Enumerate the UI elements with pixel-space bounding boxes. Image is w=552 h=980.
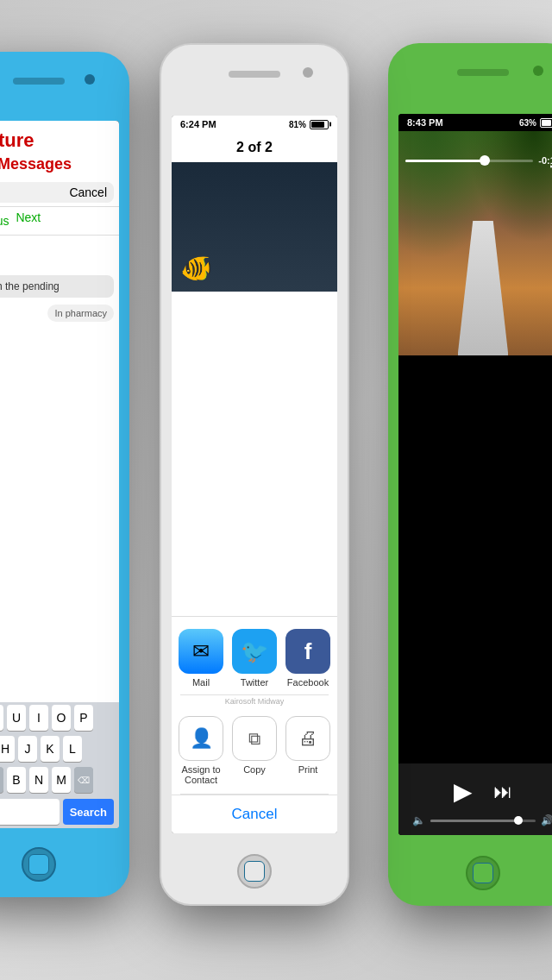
right-time-display: -0:17 [538,155,552,166]
share-action-copy[interactable]: ⧉ Copy [230,716,279,785]
left-pharmacy-text: In pharmacy [47,305,114,322]
right-phone: 8:43 PM 63% ⤢ [388,43,552,906]
mid-video-area: 🐠 [172,162,337,292]
share-item-mail[interactable]: ✉ Mail [177,629,225,688]
mail-share-icon: ✉ [179,629,223,674]
right-speaker [457,69,509,76]
facebook-share-icon: f [285,629,330,674]
left-cancel-button[interactable]: Cancel [69,185,107,199]
right-home-button[interactable] [466,856,500,890]
key-delete[interactable]: ⌫ [74,767,93,793]
share-item-twitter[interactable]: 🐦 Twitter [230,629,279,688]
right-play-button[interactable]: ▶ [454,777,473,806]
mid-speaker [229,71,280,78]
mid-screen-container: 6:24 PM 81% 2 of 2 🐠 [172,116,337,833]
volume-high-icon: 🔊 [541,814,552,826]
key-shift[interactable]: ⇧ [0,767,3,793]
mid-attribution: Kairosoft Midway [172,695,337,707]
left-screen: Feature The Messages ✕ Cancel Previous N… [0,121,119,828]
key-n[interactable]: N [29,767,48,793]
right-playback-controls: ▶ ⏭ [405,770,552,813]
scene: Feature The Messages ✕ Cancel Previous N… [0,0,552,980]
left-search-bar[interactable]: ✕ Cancel [0,182,114,203]
share-top-row: ✉ Mail 🐦 Twitter f Facebook ··· [172,617,337,694]
keyboard-row-1: Y U I O P [0,702,119,733]
right-volume-track[interactable] [430,820,536,822]
key-b[interactable]: B [7,767,26,793]
left-title-line1: Feature [0,121,119,155]
right-status-right: 63% [519,118,552,128]
left-title-line2: The Messages [0,155,119,179]
mid-battery-fill [311,122,324,128]
mid-video-fish-icon: 🐠 [180,253,212,283]
twitter-share-icon: 🐦 [232,629,277,674]
right-skip-button[interactable]: ⏭ [493,781,512,803]
right-screen-container: 8:43 PM 63% ⤢ [398,114,552,835]
left-next-button[interactable]: Next [16,210,41,231]
right-battery-icon [540,118,552,128]
keyboard-row-3: ⇧ B N M ⌫ [0,764,119,795]
right-volume-thumb [514,816,523,825]
key-y[interactable]: Y [0,705,3,731]
key-u[interactable]: U [7,705,26,731]
right-controls-area: ▶ ⏭ 🔈 🔊 [398,763,552,835]
mid-time: 6:24 PM [180,119,216,129]
share-facebook-label: Facebook [287,677,329,688]
left-previous-button[interactable]: Previous [0,210,9,231]
left-home-button[interactable] [22,847,56,882]
mid-home-icon [244,861,265,882]
left-camera [85,74,95,85]
right-time: 8:43 PM [407,117,443,128]
key-m[interactable]: M [52,767,71,793]
left-home-icon [28,854,49,875]
share-cancel-area[interactable]: Cancel [172,795,337,833]
right-status-bar: 8:43 PM 63% [398,114,552,131]
key-p[interactable]: P [74,705,93,731]
right-volume-bar: 🔈 🔊 [405,813,552,828]
mid-battery-icon [310,120,329,129]
mid-page-indicator: 2 of 2 [172,133,337,162]
share-twitter-label: Twitter [241,677,268,688]
right-battery-pct: 63% [519,118,536,128]
left-speaker [13,78,65,85]
share-action-assign[interactable]: 👤 Assign toContact [177,716,225,785]
right-home-icon [473,863,493,883]
key-i[interactable]: I [29,705,48,731]
mid-battery-pct: 81% [289,120,306,129]
assign-contact-label: Assign toContact [181,764,220,785]
copy-icon: ⧉ [232,716,277,761]
mid-status-bar: 6:24 PM 81% [172,116,337,133]
key-o[interactable]: O [52,705,71,731]
share-sheet: ✉ Mail 🐦 Twitter f Facebook ··· [172,616,337,833]
keyboard-bottom-bar: 123 Search [0,795,119,828]
share-cancel-label[interactable]: Cancel [232,806,278,822]
share-action-print[interactable]: 🖨 Print [284,716,332,785]
volume-low-icon: 🔈 [412,814,425,826]
left-email-text: ail with the pending [0,275,114,298]
share-item-facebook[interactable]: f Facebook [284,629,332,688]
right-volume-fill [430,820,520,822]
left-phone: Feature The Messages ✕ Cancel Previous N… [0,52,129,897]
left-keyboard: Y U I O P H J K L ⇧ B N [0,702,119,828]
mid-screen: 6:24 PM 81% 2 of 2 🐠 [172,116,337,833]
right-battery-fill [542,120,551,126]
left-nav-row: Previous Next [0,206,119,236]
left-screen-container: Feature The Messages ✕ Cancel Previous N… [0,121,119,828]
key-k[interactable]: K [41,736,60,762]
key-space[interactable] [0,799,60,825]
share-bottom-row: 👤 Assign toContact ⧉ Copy 🖨 Print [172,707,337,794]
right-video-area: ⤢ -0:17 [398,131,552,355]
key-l[interactable]: L [63,736,82,762]
keyboard-row-2: H J K L [0,733,119,764]
mid-home-button[interactable] [237,854,272,889]
key-h[interactable]: H [0,736,15,762]
right-camera [533,66,543,76]
mid-phone: 6:24 PM 81% 2 of 2 🐠 [160,43,349,906]
print-icon: 🖨 [285,716,330,761]
share-mail-label: Mail [192,677,210,688]
assign-contact-icon: 👤 [179,716,223,761]
key-j[interactable]: J [18,736,37,762]
mid-camera [303,67,313,78]
copy-label: Copy [243,764,266,775]
search-button[interactable]: Search [63,799,114,825]
